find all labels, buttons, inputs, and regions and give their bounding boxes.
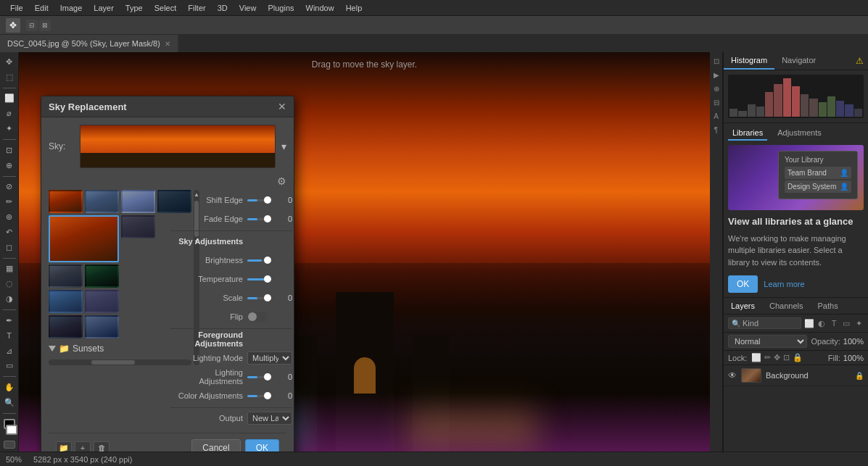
- menu-edit[interactable]: Edit: [30, 2, 53, 14]
- slider-thumb-fade-edge[interactable]: [264, 215, 271, 222]
- filter-shape-btn[interactable]: ▭: [841, 318, 851, 328]
- cancel-button[interactable]: Cancel: [191, 439, 240, 452]
- menu-file[interactable]: File: [6, 2, 28, 14]
- sky-thumb-7[interactable]: [49, 265, 83, 288]
- healing-tool[interactable]: ⊘: [1, 180, 17, 194]
- settings-icon[interactable]: ⚙: [277, 175, 286, 187]
- gradient-tool[interactable]: ▦: [1, 262, 17, 276]
- sky-thumb-5-selected[interactable]: [49, 215, 119, 262]
- slider-thumb-temperature[interactable]: [264, 275, 271, 283]
- slider-track-temperature[interactable]: [247, 278, 268, 280]
- lighting-mode-select[interactable]: Multiply: [247, 351, 292, 365]
- align-left-btn[interactable]: ⊟: [26, 20, 38, 31]
- dialog-close-btn[interactable]: ✕: [278, 101, 286, 112]
- sky-thumb-9[interactable]: [49, 290, 83, 313]
- filter-type-btn[interactable]: T: [829, 318, 839, 328]
- sky-thumb-6[interactable]: [121, 215, 155, 238]
- slider-thumb-scale[interactable]: [264, 294, 271, 301]
- horiz-scrollbar[interactable]: [49, 359, 191, 365]
- lasso-tool[interactable]: ⌀: [1, 107, 17, 120]
- move-tool[interactable]: ✥: [1, 55, 17, 69]
- output-select[interactable]: New Layers: [247, 412, 292, 425]
- visibility-icon[interactable]: 👁: [728, 370, 737, 380]
- folder-expand-icon[interactable]: [49, 346, 56, 351]
- menu-plugins[interactable]: Plugins: [263, 2, 298, 14]
- properties-btn[interactable]: ⊟: [711, 96, 722, 108]
- path-tool[interactable]: ⊿: [1, 344, 17, 358]
- marquee-tool[interactable]: ⬜: [1, 92, 17, 106]
- menu-view[interactable]: View: [235, 2, 261, 14]
- lock-image-btn[interactable]: ✏: [764, 353, 771, 362]
- hand-tool[interactable]: ✋: [1, 380, 17, 394]
- magic-wand-tool[interactable]: ✦: [1, 122, 17, 136]
- sky-thumb-4[interactable]: [157, 190, 191, 213]
- adjustments-tab[interactable]: Adjustments: [773, 126, 826, 141]
- slider-thumb-la[interactable]: [264, 373, 271, 380]
- slider-track-fade-edge[interactable]: [247, 218, 268, 220]
- sky-thumb-1[interactable]: [49, 190, 83, 213]
- menu-filter[interactable]: Filter: [183, 2, 210, 14]
- document-tab[interactable]: DSC_0045.jpg @ 50% (Sky, Layer Mask/8) ✕: [0, 35, 178, 52]
- slider-track-brightness[interactable]: [247, 259, 268, 262]
- add-folder-btn[interactable]: 📁: [56, 441, 72, 452]
- sky-thumb-12[interactable]: [85, 315, 119, 338]
- quick-mask-btn[interactable]: [4, 441, 15, 449]
- filter-smart-btn[interactable]: ✦: [853, 318, 864, 328]
- menu-3d[interactable]: 3D: [213, 2, 232, 14]
- menu-help[interactable]: Help: [342, 2, 367, 14]
- slider-track-scale[interactable]: [247, 297, 268, 299]
- channels-tab[interactable]: Channels: [762, 298, 810, 314]
- ok-button[interactable]: OK: [245, 439, 279, 452]
- 3d-btn[interactable]: ⊕: [711, 83, 722, 94]
- sky-thumb-3[interactable]: [121, 190, 155, 213]
- slider-track-la[interactable]: [247, 376, 268, 378]
- team-brand-item[interactable]: Team Brand 👤: [785, 167, 851, 179]
- horiz-scroll-thumb[interactable]: [91, 360, 135, 365]
- learn-more-link[interactable]: Learn more: [764, 280, 804, 288]
- library-ok-btn[interactable]: OK: [728, 275, 758, 293]
- slider-thumb-ca[interactable]: [264, 392, 271, 399]
- libraries-tab[interactable]: Libraries: [728, 126, 767, 141]
- tab-close-btn[interactable]: ✕: [165, 40, 170, 48]
- dodge-tool[interactable]: ◑: [1, 292, 17, 306]
- flip-toggle[interactable]: [247, 312, 268, 322]
- dialog-titlebar[interactable]: Sky Replacement ✕: [41, 96, 294, 117]
- lock-position-btn[interactable]: ✥: [774, 353, 780, 362]
- slider-track-shift-edge[interactable]: [247, 199, 268, 201]
- history-panel-btn[interactable]: ⊡: [711, 55, 722, 67]
- navigator-tab[interactable]: Navigator: [774, 52, 823, 70]
- zoom-tool[interactable]: 🔍: [1, 396, 17, 409]
- lock-all-btn[interactable]: 🔒: [793, 353, 803, 362]
- eyedropper-tool[interactable]: ⊕: [1, 159, 17, 172]
- blend-mode-select[interactable]: Normal Multiply Screen: [728, 335, 807, 348]
- type-tool[interactable]: T: [1, 329, 17, 343]
- eraser-tool[interactable]: ◻: [1, 241, 17, 254]
- artboard-tool[interactable]: ⬚: [1, 70, 17, 84]
- brush-tool[interactable]: ✏: [1, 195, 17, 209]
- slider-thumb-shift-edge[interactable]: [264, 196, 271, 204]
- ai-btn[interactable]: A: [711, 110, 722, 122]
- menu-image[interactable]: Image: [56, 2, 87, 14]
- menu-select[interactable]: Select: [150, 2, 181, 14]
- sky-thumb-8[interactable]: [85, 265, 119, 288]
- design-system-item[interactable]: Design System 👤: [785, 180, 851, 193]
- sky-thumb-2[interactable]: [85, 190, 119, 213]
- lock-transparency-btn[interactable]: ⬜: [751, 353, 761, 362]
- menu-layer[interactable]: Layer: [89, 2, 118, 14]
- layers-filter-field[interactable]: 🔍 Kind: [728, 317, 801, 329]
- paths-tab[interactable]: Paths: [811, 298, 846, 314]
- lock-artboard-btn[interactable]: ⊡: [783, 353, 790, 362]
- stamp-tool[interactable]: ⊛: [1, 210, 17, 224]
- menu-window[interactable]: Window: [302, 2, 339, 14]
- filter-adjustment-btn[interactable]: ◐: [817, 318, 827, 328]
- slider-thumb-brightness[interactable]: [264, 257, 271, 264]
- delete-sky-btn[interactable]: 🗑: [94, 441, 109, 452]
- shape-tool[interactable]: ▭: [1, 359, 17, 373]
- layers-tab[interactable]: Layers: [724, 298, 762, 314]
- add-sky-btn[interactable]: +: [75, 441, 91, 452]
- sky-preview[interactable]: [80, 125, 276, 168]
- blur-tool[interactable]: ◌: [1, 277, 17, 291]
- paragraph-btn[interactable]: ¶: [711, 124, 722, 136]
- crop-tool[interactable]: ⊡: [1, 143, 17, 157]
- sky-dropdown-btn[interactable]: ▾: [281, 141, 286, 152]
